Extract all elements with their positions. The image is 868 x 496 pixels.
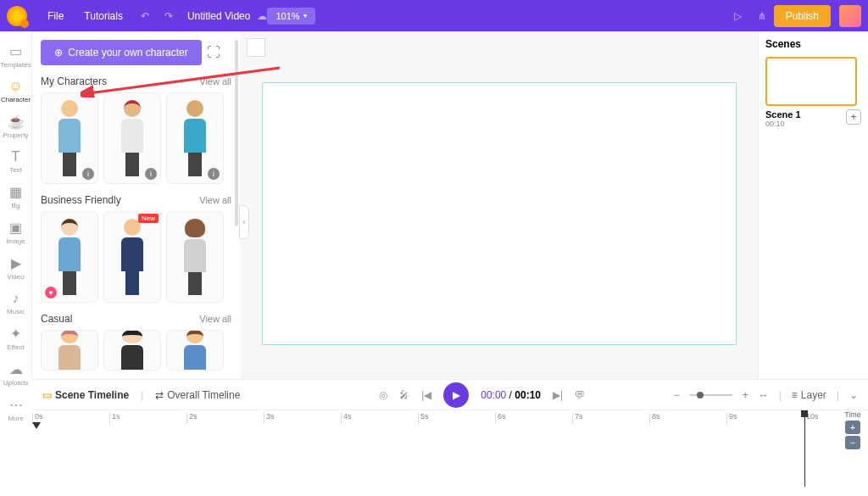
file-menu[interactable]: File (37, 10, 74, 22)
text-icon: T (12, 149, 20, 164)
undo-icon[interactable]: ↶ (133, 4, 157, 28)
sidenav-effect[interactable]: ✦Effect (0, 320, 32, 356)
my-characters-heading: My Characters (41, 75, 107, 87)
character-card[interactable]: i (166, 92, 224, 184)
app-logo[interactable] (7, 6, 27, 26)
info-icon[interactable]: i (145, 168, 157, 180)
share-icon[interactable]: ⋔ (750, 4, 774, 28)
canvas-area: ‹ (240, 31, 758, 379)
video-icon: ▶ (11, 255, 21, 271)
next-frame-icon[interactable]: ▶| (553, 389, 563, 401)
layer-icon: ≡ (792, 389, 798, 401)
time-decrease-button[interactable]: − (845, 436, 860, 449)
publish-button[interactable]: Publish (774, 5, 831, 27)
sidenav-text[interactable]: TText (0, 144, 32, 179)
business-heading: Business Friendly (41, 194, 121, 206)
bg-icon: ▦ (9, 184, 22, 200)
sidenav-image[interactable]: ▣Image (0, 215, 32, 250)
zoom-control[interactable]: 101%▾ (267, 8, 314, 25)
subtitle-icon[interactable]: 💬︎ (575, 389, 585, 401)
project-title[interactable]: Untitled Video (187, 10, 251, 22)
microphone-icon[interactable]: 🎤︎ (399, 389, 409, 401)
casual-heading: Casual (41, 313, 72, 325)
scenes-panel: Scenes Scene 1 00:10 + (758, 31, 868, 379)
chevron-down-icon[interactable]: ⌄ (849, 389, 858, 401)
sidenav-character[interactable]: ☺Character (0, 74, 32, 109)
timeline-track[interactable]: 0s 1s 2s 3s 4s 5s 6s 7s 8s 9s 10s Time +… (32, 410, 868, 494)
zoom-in-icon[interactable]: + (743, 389, 748, 401)
timeline-toolbar: ▭Scene Timeline | ⇄Overall Timeline ◎ 🎤︎… (32, 379, 868, 410)
character-card[interactable]: i (41, 92, 98, 184)
sidenav-uploads[interactable]: ☁Uploads (0, 356, 32, 392)
play-button[interactable]: ▶ (443, 382, 469, 408)
playhead-end[interactable] (804, 410, 805, 487)
scene-label: Scene 1 (765, 109, 801, 120)
character-card[interactable]: i (103, 92, 161, 184)
side-navigation: ▭Templates ☺Character ☕Property TText ▦B… (0, 31, 32, 379)
layer-button[interactable]: ≡Layer (792, 389, 826, 401)
image-icon: ▣ (9, 220, 22, 236)
more-icon: ⋯ (9, 397, 23, 413)
redo-icon[interactable]: ↷ (157, 4, 181, 28)
character-card[interactable] (166, 211, 224, 303)
time-increase-button[interactable]: + (845, 421, 860, 434)
camera-icon[interactable]: ◎ (379, 389, 387, 401)
character-card[interactable] (103, 330, 161, 371)
scene-timeline-tab[interactable]: ▭Scene Timeline (42, 389, 129, 401)
canvas[interactable] (262, 82, 737, 345)
plus-icon: ⊕ (54, 47, 63, 59)
character-panel: ⊕Create your own character ⛶ My Characte… (32, 31, 240, 379)
overall-timeline-tab[interactable]: ⇄Overall Timeline (155, 389, 240, 401)
sidenav-music[interactable]: ♪Music (0, 286, 32, 320)
effect-icon: ✦ (10, 326, 21, 342)
user-avatar[interactable] (839, 5, 861, 27)
cloud-save-icon[interactable]: ☁ (257, 10, 267, 22)
templates-icon: ▭ (9, 43, 22, 59)
fit-icon[interactable]: ↔ (759, 389, 769, 401)
timeline-ruler: 0s 1s 2s 3s 4s 5s 6s 7s 8s 9s 10s (32, 412, 868, 424)
sidenav-property[interactable]: ☕Property (0, 109, 32, 144)
tutorials-menu[interactable]: Tutorials (74, 10, 133, 22)
sidenav-video[interactable]: ▶Video (0, 250, 32, 286)
heart-icon[interactable]: ♥ (45, 287, 57, 298)
create-character-button[interactable]: ⊕Create your own character (41, 40, 202, 65)
sidenav-more[interactable]: ⋯More (0, 392, 32, 427)
add-scene-button[interactable]: + (846, 109, 861, 125)
view-all-casual[interactable]: View all (199, 314, 231, 324)
zoom-out-icon[interactable]: − (674, 389, 680, 401)
sidenav-bg[interactable]: ▦Bg (0, 179, 32, 215)
character-card[interactable]: ♥ (41, 211, 98, 303)
view-all-my[interactable]: View all (199, 76, 231, 86)
scenes-heading: Scenes (765, 38, 861, 50)
character-card[interactable] (166, 330, 224, 371)
expand-icon[interactable]: ⛶ (207, 45, 220, 60)
new-badge: New (138, 214, 159, 223)
top-toolbar: File Tutorials ↶ ↷ Untitled Video ☁ 101%… (0, 0, 868, 31)
canvas-thumbnail[interactable] (247, 38, 265, 57)
prev-frame-icon[interactable]: |◀ (421, 389, 431, 401)
character-card[interactable]: New (103, 211, 161, 303)
info-icon[interactable]: i (208, 168, 220, 180)
character-icon: ☺ (8, 79, 22, 94)
character-card[interactable] (41, 330, 98, 371)
music-icon: ♪ (13, 291, 19, 306)
preview-icon[interactable]: ▷ (726, 4, 750, 28)
info-icon[interactable]: i (82, 168, 94, 180)
view-all-business[interactable]: View all (199, 195, 231, 205)
playhead-start[interactable] (32, 422, 41, 429)
zoom-slider[interactable] (690, 394, 732, 396)
uploads-icon: ☁ (9, 361, 23, 377)
scene-thumbnail[interactable] (765, 57, 857, 106)
time-column-label: Time (839, 410, 866, 419)
time-display: 00:00 / 00:10 (481, 389, 541, 401)
scene-duration: 00:10 (765, 120, 801, 128)
property-icon: ☕ (8, 114, 25, 130)
panel-scrollbar[interactable] (235, 40, 238, 226)
collapse-panel-icon[interactable]: ‹ (239, 205, 249, 239)
sidenav-templates[interactable]: ▭Templates (0, 38, 32, 74)
